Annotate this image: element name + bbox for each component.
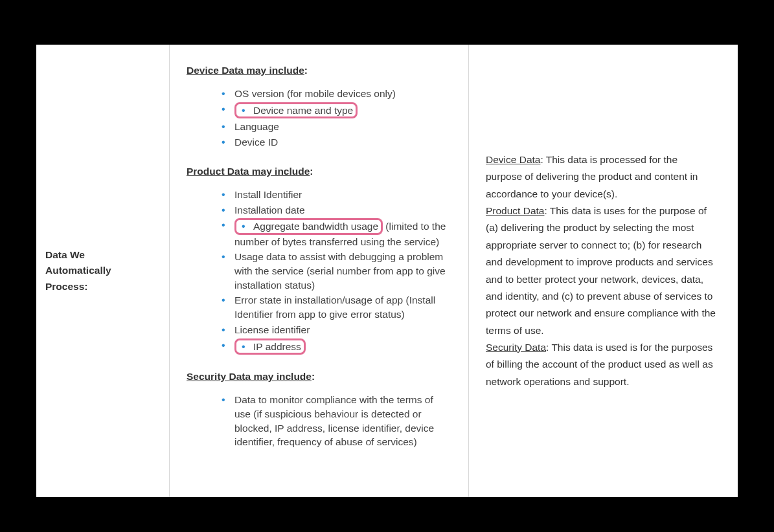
security-data-list: Data to monitor compliance with the term… (187, 393, 451, 449)
device-data-label: Device Data (486, 154, 540, 165)
list-item: Error state in installation/usage of app… (222, 293, 451, 321)
list-item: OS version (for mobile devices only) (222, 87, 451, 101)
highlight-box: Aggregate bandwidth usage (234, 218, 383, 234)
page-frame: Data We Automatically Process: Device Da… (0, 0, 774, 532)
list-item: License identifier (222, 323, 451, 337)
purpose-text-block: Device Data: This data is processed for … (486, 151, 716, 390)
list-item-text: IP address (236, 340, 301, 353)
highlight-box: Device name and type (234, 102, 358, 118)
security-data-heading: Security Data may include: (187, 369, 451, 384)
device-data-list: OS version (for mobile devices only)Devi… (187, 87, 451, 149)
product-data-list: Install IdentifierInstallation dateAggre… (187, 188, 451, 355)
highlight-box: IP address (234, 338, 306, 355)
list-item: Usage data to assist with debugging a pr… (222, 250, 451, 292)
data-categories-cell: Device Data may include: OS version (for… (170, 45, 469, 497)
list-item: Data to monitor compliance with the term… (222, 393, 451, 449)
list-item: Installation date (222, 203, 451, 217)
list-item-text: Aggregate bandwidth usage (236, 220, 378, 232)
list-item: Device ID (222, 135, 451, 150)
list-item-text: Device name and type (236, 104, 353, 116)
list-item: IP address (222, 338, 451, 355)
list-item: Install Identifier (222, 188, 451, 202)
row-header-line1: Data We (45, 249, 85, 260)
list-item: Device name and type (222, 102, 451, 118)
row-header-label: Data We Automatically Process: (45, 247, 111, 294)
product-data-purpose: : This data is uses for the purpose of (… (486, 205, 716, 335)
row-header-cell: Data We Automatically Process: (36, 45, 170, 497)
table-row-card: Data We Automatically Process: Device Da… (36, 45, 738, 497)
device-data-heading-text: Device Data may include (187, 65, 304, 76)
row-header-line3: Process: (45, 281, 87, 292)
product-data-heading-text: Product Data may include (187, 166, 310, 177)
purpose-cell: Device Data: This data is processed for … (469, 45, 738, 497)
product-data-heading: Product Data may include: (187, 164, 451, 179)
security-data-heading-text: Security Data may include (187, 371, 312, 382)
product-data-label: Product Data (486, 205, 544, 216)
security-data-label: Security Data (486, 342, 546, 353)
list-item: Aggregate bandwidth usage (limited to th… (222, 218, 451, 249)
list-item: Language (222, 120, 451, 134)
device-data-heading: Device Data may include: (187, 63, 451, 78)
row-header-line2: Automatically (45, 265, 111, 276)
